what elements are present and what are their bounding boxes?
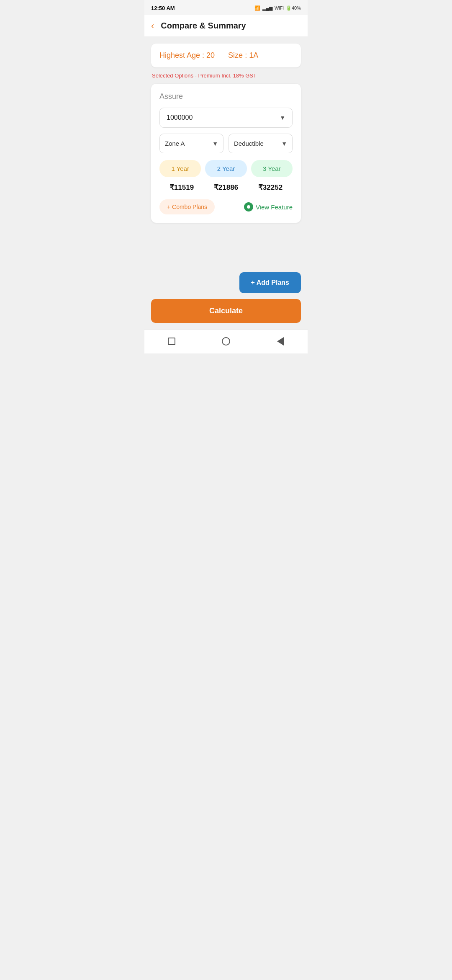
- plan-card: Assure 1000000 ▼ Zone A ▼ Deductible ▼: [151, 84, 301, 223]
- deductible-value: Deductible: [234, 140, 264, 147]
- content-area: Highest Age : 20 Size : 1A Selected Opti…: [144, 37, 308, 248]
- circle-icon: [222, 337, 230, 346]
- view-feature-button[interactable]: View Feature: [244, 202, 293, 211]
- wifi-icon: WiFi: [275, 5, 284, 10]
- zone-value: Zone A: [165, 140, 185, 147]
- sum-insured-dropdown[interactable]: 1000000 ▼: [159, 108, 293, 128]
- deductible-dropdown[interactable]: Deductible ▼: [229, 134, 293, 153]
- size-value: 1A: [249, 51, 258, 59]
- plan-name: Assure: [159, 92, 293, 101]
- calculate-button[interactable]: Calculate: [151, 299, 301, 323]
- info-card: Highest Age : 20 Size : 1A: [151, 44, 301, 67]
- deductible-chevron-icon: ▼: [281, 140, 287, 147]
- status-icons: 📶 ▂▄▆ WiFi 🔋40%: [254, 5, 301, 11]
- prices-row: ₹11519 ₹21886 ₹32252: [159, 183, 293, 192]
- header: ‹ Compare & Summary: [144, 15, 308, 37]
- tab-2-year-label: 2 Year: [217, 165, 235, 172]
- zone-dropdown[interactable]: Zone A ▼: [159, 134, 223, 153]
- status-time: 12:50 AM: [151, 5, 175, 11]
- bluetooth-icon: 📶: [254, 5, 260, 11]
- combo-plans-button[interactable]: + Combo Plans: [159, 199, 215, 214]
- bottom-area: + Add Plans Calculate: [144, 266, 308, 330]
- sum-insured-chevron-icon: ▼: [280, 114, 285, 121]
- year-tabs: 1 Year 2 Year 3 Year: [159, 160, 293, 177]
- eye-icon: [244, 202, 253, 211]
- tab-3-year[interactable]: 3 Year: [251, 160, 293, 177]
- zone-deductible-row: Zone A ▼ Deductible ▼: [159, 134, 293, 153]
- battery-icon: 🔋40%: [286, 5, 301, 11]
- add-plans-row: + Add Plans: [151, 272, 301, 293]
- size-label: Size : 1A: [228, 51, 258, 60]
- nav-square-button[interactable]: [166, 336, 177, 347]
- action-row: + Combo Plans View Feature: [159, 199, 293, 214]
- size-text: Size :: [228, 51, 249, 59]
- sum-insured-value: 1000000: [167, 114, 193, 121]
- tab-1-year[interactable]: 1 Year: [159, 160, 201, 177]
- view-feature-label: View Feature: [256, 204, 293, 211]
- tab-2-year[interactable]: 2 Year: [205, 160, 247, 177]
- price-3-year: ₹32252: [258, 183, 282, 192]
- price-2-year: ₹21886: [214, 183, 238, 192]
- nav-back-button[interactable]: [275, 336, 286, 347]
- status-bar: 12:50 AM 📶 ▂▄▆ WiFi 🔋40%: [144, 0, 308, 15]
- highest-age-text: Highest Age :: [159, 51, 206, 59]
- nav-bar: [144, 330, 308, 353]
- price-1-year: ₹11519: [170, 183, 194, 192]
- square-icon: [168, 338, 175, 345]
- tab-3-year-label: 3 Year: [263, 165, 281, 172]
- tab-1-year-label: 1 Year: [171, 165, 189, 172]
- nav-home-button[interactable]: [221, 336, 231, 347]
- signal-icon: ▂▄▆: [262, 5, 272, 11]
- add-plans-button[interactable]: + Add Plans: [239, 272, 301, 293]
- page-title: Compare & Summary: [161, 21, 246, 31]
- zone-chevron-icon: ▼: [212, 140, 218, 147]
- highest-age-label: Highest Age : 20: [159, 51, 215, 60]
- highest-age-value: 20: [206, 51, 215, 59]
- triangle-back-icon: [277, 337, 284, 346]
- selected-options-text: Selected Options - Premium Incl. 18% GST: [151, 72, 301, 79]
- back-button[interactable]: ‹: [151, 21, 154, 31]
